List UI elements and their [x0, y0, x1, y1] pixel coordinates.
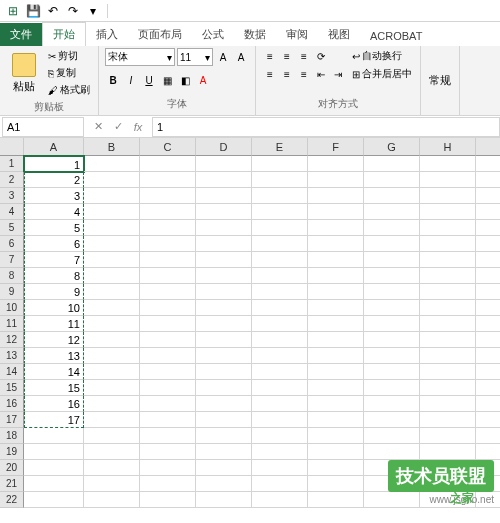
tab-layout[interactable]: 页面布局 — [128, 23, 192, 46]
cell[interactable] — [196, 364, 252, 380]
row-header[interactable]: 22 — [0, 492, 24, 508]
cell[interactable] — [308, 412, 364, 428]
row-header[interactable]: 5 — [0, 220, 24, 236]
cell[interactable] — [196, 220, 252, 236]
cell[interactable] — [252, 460, 308, 476]
cell[interactable]: 16 — [24, 396, 84, 412]
cell[interactable] — [24, 476, 84, 492]
cell[interactable] — [308, 284, 364, 300]
cell[interactable] — [420, 236, 476, 252]
font-size-select[interactable]: 11▾ — [177, 48, 213, 66]
align-left-icon[interactable]: ≡ — [262, 66, 278, 82]
tab-view[interactable]: 视图 — [318, 23, 360, 46]
cell[interactable] — [252, 284, 308, 300]
cell[interactable] — [308, 396, 364, 412]
cell[interactable] — [140, 188, 196, 204]
cell[interactable] — [140, 476, 196, 492]
align-top-icon[interactable]: ≡ — [262, 48, 278, 64]
cell[interactable] — [476, 220, 500, 236]
cell[interactable] — [140, 428, 196, 444]
cell[interactable] — [308, 156, 364, 172]
cell[interactable] — [476, 380, 500, 396]
cell[interactable] — [84, 268, 140, 284]
wrap-text-button[interactable]: ↩自动换行 — [350, 48, 414, 64]
align-right-icon[interactable]: ≡ — [296, 66, 312, 82]
cell[interactable] — [252, 172, 308, 188]
cell[interactable] — [140, 316, 196, 332]
increase-font-icon[interactable]: A — [215, 49, 231, 65]
row-header[interactable]: 16 — [0, 396, 24, 412]
cell[interactable] — [84, 316, 140, 332]
cell[interactable] — [196, 316, 252, 332]
cell[interactable] — [84, 364, 140, 380]
cell[interactable] — [476, 412, 500, 428]
cell[interactable] — [364, 444, 420, 460]
cell[interactable] — [84, 412, 140, 428]
row-header[interactable]: 14 — [0, 364, 24, 380]
cell[interactable] — [476, 364, 500, 380]
cell[interactable] — [196, 492, 252, 508]
cell[interactable] — [140, 460, 196, 476]
column-header[interactable]: D — [196, 138, 252, 156]
column-header[interactable]: A — [24, 138, 84, 156]
cell[interactable] — [476, 428, 500, 444]
cell[interactable] — [84, 380, 140, 396]
cell[interactable] — [420, 412, 476, 428]
cell[interactable] — [420, 204, 476, 220]
cell[interactable] — [308, 380, 364, 396]
cell[interactable] — [308, 220, 364, 236]
cell[interactable] — [252, 220, 308, 236]
cell[interactable] — [140, 396, 196, 412]
cell[interactable] — [308, 476, 364, 492]
cell[interactable] — [196, 172, 252, 188]
cell[interactable] — [196, 236, 252, 252]
cut-button[interactable]: ✂剪切 — [46, 48, 92, 64]
cell[interactable] — [196, 444, 252, 460]
align-bottom-icon[interactable]: ≡ — [296, 48, 312, 64]
name-box[interactable]: A1 — [2, 117, 84, 137]
cell[interactable] — [420, 300, 476, 316]
column-header[interactable]: H — [420, 138, 476, 156]
cell[interactable]: 3 — [24, 188, 84, 204]
column-header[interactable]: I — [476, 138, 500, 156]
cell[interactable] — [140, 444, 196, 460]
cell[interactable] — [364, 236, 420, 252]
cell[interactable] — [196, 332, 252, 348]
cell[interactable]: 17 — [24, 412, 84, 428]
cell[interactable] — [364, 156, 420, 172]
cell[interactable] — [308, 364, 364, 380]
cell[interactable] — [308, 316, 364, 332]
cell[interactable] — [140, 332, 196, 348]
cell[interactable] — [364, 332, 420, 348]
cell[interactable] — [252, 428, 308, 444]
cell[interactable]: 5 — [24, 220, 84, 236]
cell[interactable] — [364, 348, 420, 364]
row-header[interactable]: 18 — [0, 428, 24, 444]
cell[interactable]: 7 — [24, 252, 84, 268]
tab-insert[interactable]: 插入 — [86, 23, 128, 46]
cell[interactable] — [476, 396, 500, 412]
row-header[interactable]: 6 — [0, 236, 24, 252]
cell[interactable] — [84, 428, 140, 444]
cell[interactable] — [140, 172, 196, 188]
row-header[interactable]: 11 — [0, 316, 24, 332]
font-name-select[interactable]: 宋体▾ — [105, 48, 175, 66]
row-header[interactable]: 4 — [0, 204, 24, 220]
cell[interactable] — [364, 396, 420, 412]
cell[interactable] — [420, 396, 476, 412]
cell[interactable] — [84, 236, 140, 252]
formula-bar[interactable]: 1 — [152, 117, 500, 137]
format-painter-button[interactable]: 🖌格式刷 — [46, 82, 92, 98]
cell[interactable] — [420, 172, 476, 188]
cell[interactable] — [420, 364, 476, 380]
cell[interactable]: 6 — [24, 236, 84, 252]
cell[interactable] — [196, 156, 252, 172]
cell[interactable] — [476, 316, 500, 332]
cell[interactable]: 11 — [24, 316, 84, 332]
cell[interactable] — [196, 348, 252, 364]
cell[interactable] — [252, 188, 308, 204]
redo-icon[interactable]: ↷ — [64, 2, 82, 20]
cell[interactable] — [252, 380, 308, 396]
cell[interactable] — [364, 380, 420, 396]
row-header[interactable]: 7 — [0, 252, 24, 268]
